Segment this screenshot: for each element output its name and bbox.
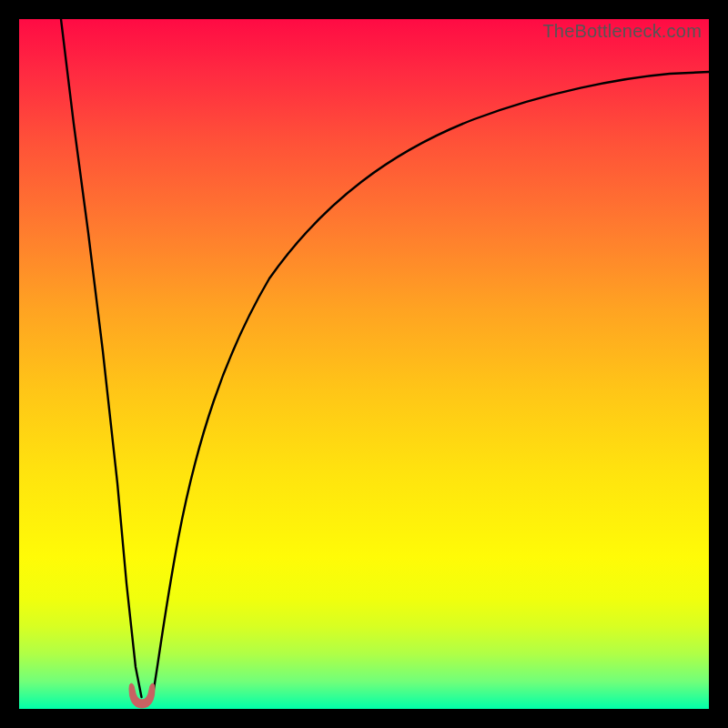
dip-marker <box>126 682 157 709</box>
curve-left-branch <box>61 19 142 697</box>
plot-area: TheBottleneck.com <box>19 19 709 709</box>
watermark-text: TheBottleneck.com <box>542 21 702 42</box>
bottleneck-curve <box>19 19 709 709</box>
curve-right-branch <box>153 72 710 697</box>
chart-frame: TheBottleneck.com <box>0 0 728 728</box>
